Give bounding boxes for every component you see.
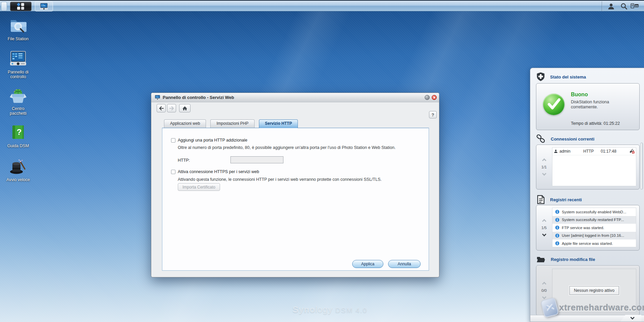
enable-https-description: Attivando questa funzione, le connession… xyxy=(178,177,413,182)
log-text: User [admin] logged in from [10.16... xyxy=(562,233,624,237)
quick-start-icon xyxy=(9,158,27,175)
system-status-title: Stato del sistema xyxy=(550,74,586,79)
desktop: { "taskbar": { "icons": ["show-desktop",… xyxy=(0,0,644,322)
file-log-header: Registro modifica file xyxy=(536,255,595,263)
forward-button[interactable] xyxy=(167,104,176,112)
pilot-view-icon xyxy=(631,3,639,10)
chevron-down-icon xyxy=(630,315,635,320)
log-text: System successfully enabled WebD... xyxy=(562,210,626,214)
user-menu-button[interactable] xyxy=(606,1,616,11)
http-port-input[interactable] xyxy=(230,156,283,163)
tab-bar: Applicazioni web Impostazioni PHP Serviz… xyxy=(164,119,298,128)
desktop-icon-file-station[interactable]: File Station xyxy=(2,17,34,41)
control-panel-window: Pannello di controllo - Servizi Web ? Ap… xyxy=(151,93,439,277)
desktop-icon-label: Guida DSM xyxy=(2,144,34,148)
dsm-brand-watermark: SynologyDSM 4.0 xyxy=(292,305,367,315)
minimize-button[interactable] xyxy=(425,95,430,100)
log-row[interactable]: Apple file service was started. xyxy=(552,239,636,247)
user-icon xyxy=(607,3,615,10)
info-icon xyxy=(555,210,559,214)
window-title-icon xyxy=(155,95,160,100)
page-up-icon[interactable] xyxy=(542,158,546,163)
connection-row[interactable]: admin HTTP 01:17:48 xyxy=(552,148,636,155)
connections-page: 1/1 xyxy=(541,165,547,169)
enable-https-checkbox[interactable] xyxy=(171,170,175,174)
search-button[interactable] xyxy=(619,1,629,11)
desktop-icon-package-center[interactable]: Centro pacchetti xyxy=(2,87,34,116)
desktop-icon-label: Centro pacchetti xyxy=(2,106,34,116)
main-menu-button[interactable] xyxy=(10,2,32,11)
desktop-icon-label: Avvio veloce xyxy=(2,177,34,182)
page-down-icon[interactable] xyxy=(542,232,546,236)
info-icon xyxy=(555,241,559,246)
package-center-icon xyxy=(9,87,27,104)
window-titlebar[interactable]: Pannello di controllo - Servizi Web xyxy=(151,93,439,102)
folder-icon xyxy=(536,255,546,263)
connection-protocol: HTTP xyxy=(583,149,601,154)
main-menu-icon xyxy=(14,2,28,10)
apply-button[interactable]: Applica xyxy=(352,260,383,268)
svg-text:?: ? xyxy=(17,127,22,137)
desktop-icon-control-panel[interactable]: Pannello di controllo xyxy=(2,51,34,79)
cancel-button[interactable]: Annulla xyxy=(388,260,421,268)
logs-box: 1/5 System successfully enabled WebD... … xyxy=(536,205,640,251)
import-certificate-button[interactable]: Importa Certificato xyxy=(178,183,220,191)
log-text: Apple file service was started. xyxy=(562,241,613,246)
home-button[interactable] xyxy=(179,104,191,112)
back-button[interactable] xyxy=(157,104,166,112)
system-status-header: Stato del sistema xyxy=(536,72,586,82)
log-row[interactable]: System successfully restarted FTP... xyxy=(552,216,636,224)
desktop-icon-dsm-help[interactable]: ? Guida DSM xyxy=(2,124,34,148)
additional-http-port-label: Aggiungi una porta HTTP addizionale xyxy=(178,138,248,143)
info-icon xyxy=(555,225,559,230)
desktop-icon-label: Pannello di controllo xyxy=(2,70,34,79)
connections-box: 1/1 admin HTTP 01:17:48 xyxy=(536,145,640,190)
panel-scrollbar-thumb[interactable] xyxy=(640,143,643,190)
brand-bold: Syno xyxy=(292,305,315,315)
pilot-view-button[interactable] xyxy=(629,1,640,11)
dsm-help-icon: ? xyxy=(10,124,26,141)
connection-user-icon xyxy=(554,149,558,153)
close-button[interactable] xyxy=(432,95,437,100)
log-row[interactable]: FTP service was started. xyxy=(552,224,636,232)
page-down-icon[interactable] xyxy=(542,171,546,176)
page-up-icon[interactable] xyxy=(542,282,546,286)
tab-content-panel: Aggiungi una porta HTTP addizionale Oltr… xyxy=(162,128,429,271)
file-log-pager: 0/0 xyxy=(536,266,552,315)
tab-servizio-http[interactable]: Servizio HTTP xyxy=(259,119,298,128)
taskbar xyxy=(0,0,644,11)
control-panel-icon xyxy=(9,51,27,67)
tab-applicazioni-web[interactable]: Applicazioni web xyxy=(164,119,206,128)
connections-pager: 1/1 xyxy=(536,145,552,189)
connections-title: Connessioni correnti xyxy=(551,137,594,142)
desktop-icon-quick-start[interactable]: Avvio veloce xyxy=(2,158,34,182)
system-status-box: Buono DiskStation funziona correttamente… xyxy=(536,83,640,130)
shield-icon xyxy=(536,72,545,82)
file-station-icon xyxy=(9,17,27,34)
uptime-text: Tempo di attività: 01:25:22 xyxy=(571,121,620,126)
log-row[interactable]: System successfully enabled WebD... xyxy=(552,208,636,216)
search-icon xyxy=(620,3,628,10)
desktop-icon-label: File Station xyxy=(2,37,34,41)
file-log-box: 0/0 Nessun registro attivo xyxy=(536,265,640,316)
window-title: Pannello di controllo - Servizi Web xyxy=(163,95,234,100)
info-icon xyxy=(555,233,559,238)
tab-impostazioni-php[interactable]: Impostazioni PHP xyxy=(210,119,254,128)
additional-http-port-checkbox[interactable] xyxy=(171,138,175,143)
show-desktop-button[interactable] xyxy=(1,2,7,11)
status-good-icon xyxy=(543,94,565,115)
logs-header: Registri recenti xyxy=(536,195,582,204)
log-row[interactable]: User [admin] logged in from [10.16... xyxy=(552,232,636,240)
file-log-page: 0/0 xyxy=(541,288,547,292)
taskbar-app-control-panel[interactable] xyxy=(35,1,53,11)
page-down-icon[interactable] xyxy=(542,295,546,299)
file-log-empty-message: Nessun registro attivo xyxy=(569,286,619,295)
help-button[interactable]: ? xyxy=(429,111,437,118)
info-icon xyxy=(555,218,559,222)
disconnect-icon[interactable] xyxy=(629,149,635,154)
taskbar-separator xyxy=(602,1,602,11)
file-log-area: Nessun registro attivo xyxy=(552,269,636,312)
logs-page: 1/5 xyxy=(541,226,547,230)
page-up-icon[interactable] xyxy=(542,219,546,223)
link-icon xyxy=(536,135,546,143)
